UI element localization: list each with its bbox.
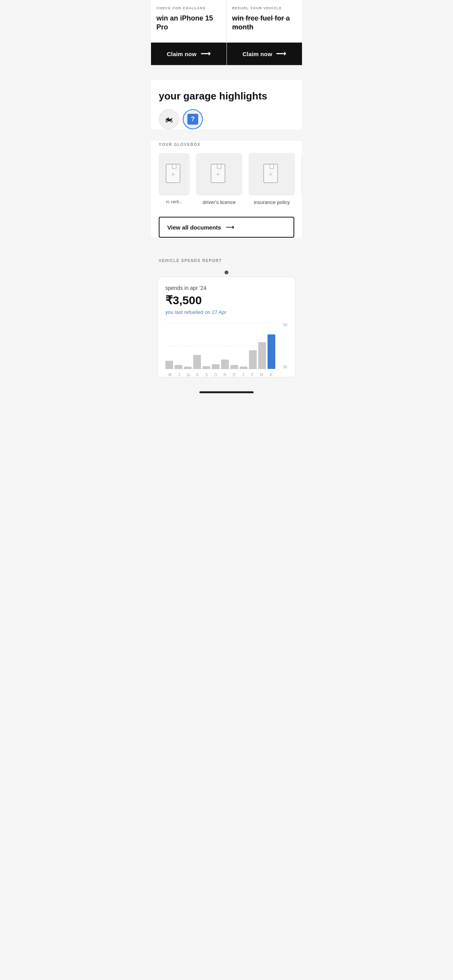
spends-label: VEHICLE SPENDS REPORT	[159, 259, 222, 263]
chart-bar-8	[240, 367, 247, 369]
chart-x-label-9: F	[248, 373, 257, 377]
chart-bar-group-4	[202, 323, 210, 369]
promo-section: CHECK FOR CHALLANS win an iPhone 15 Pro …	[151, 0, 302, 65]
chart-bar-9	[249, 350, 257, 369]
chart-x-label-2: Ju	[184, 373, 193, 377]
chart-bar-group-0	[165, 323, 173, 369]
doc-card-puc[interactable]: + puc certificate	[301, 153, 302, 205]
svg-text:+: +	[216, 171, 220, 178]
doc-card-licence[interactable]: + driver's licence	[196, 153, 242, 205]
promo-card-refuel: REFUEL YOUR VEHICLE win free fuel for a …	[227, 0, 302, 65]
chart-bar-group-3	[193, 323, 201, 369]
chart-bar-1	[175, 365, 182, 369]
spends-refuel-link[interactable]: you last refuelled on 27 Apr	[165, 309, 288, 315]
chart-bar-group-1	[175, 323, 182, 369]
chart-bar-group-5	[212, 323, 220, 369]
vehicle-tabs: 🏍 ?	[159, 109, 294, 129]
promo-card-content-challans: CHECK FOR CHALLANS win an iPhone 15 Pro	[151, 0, 226, 43]
glovebox-section: YOUR GLOVEBOX + rc certi...	[151, 141, 302, 238]
chart-x-label-11: A	[266, 373, 275, 377]
section-spacer	[151, 65, 302, 79]
chart-bar-group-2	[184, 323, 192, 369]
chart-bar-5	[212, 364, 220, 369]
promo-title-challans: win an iPhone 15 Pro	[156, 14, 221, 31]
spends-month-label: spends in apr '24	[165, 285, 288, 291]
doc-label-licence: driver's licence	[202, 199, 236, 205]
garage-section: your garage highlights 🏍 ?	[151, 79, 302, 129]
garage-title: your garage highlights	[159, 90, 294, 102]
view-all-docs-arrow: ⟶	[226, 224, 234, 231]
chart-bar-10	[258, 342, 266, 369]
chart-bar-4	[202, 366, 210, 369]
vehicle-tab-unknown[interactable]: ?	[183, 109, 203, 129]
bike-icon: 🏍	[165, 114, 173, 124]
question-icon: ?	[187, 114, 198, 125]
chart-area	[165, 323, 275, 369]
chart-x-label-0: M	[165, 373, 175, 377]
chart-x-label-1: J	[175, 373, 184, 377]
chart-x-label-8: J	[239, 373, 248, 377]
spends-section: VEHICLE SPENDS REPORT spends in apr '24 …	[151, 249, 302, 377]
spends-dot-active	[225, 271, 228, 274]
chart-y-label-0k: 0K	[283, 365, 288, 369]
chart-bar-group-7	[230, 323, 238, 369]
claim-button-challans[interactable]: Claim now ⟶	[151, 43, 226, 65]
chart-x-label-3: A	[193, 373, 202, 377]
promo-card-challans: CHECK FOR CHALLANS win an iPhone 15 Pro …	[151, 0, 227, 65]
chart-bar-group-9	[249, 323, 257, 369]
scroll-bar	[199, 391, 254, 393]
arrow-icon-refuel: ⟶	[276, 50, 286, 58]
doc-label-rc: rc certi...	[166, 199, 182, 204]
spends-header: VEHICLE SPENDS REPORT	[151, 249, 302, 267]
scroll-indicator	[151, 387, 302, 395]
doc-file-icon-licence: +	[210, 163, 228, 185]
chart-bar-6	[221, 360, 229, 369]
chart-y-labels: 5K 0K	[276, 323, 288, 369]
spends-amount: ₹3,500	[165, 293, 288, 307]
chart-bar-7	[230, 365, 238, 369]
chart-x-labels: MJJuASONDJFMA	[165, 373, 275, 377]
chart-x-label-5: O	[211, 373, 220, 377]
doc-file-icon-insurance: +	[263, 163, 281, 185]
view-all-docs-button[interactable]: View all documents ⟶	[159, 217, 294, 238]
chart-x-label-6: N	[220, 373, 230, 377]
promo-card-content-refuel: REFUEL YOUR VEHICLE win free fuel for a …	[227, 0, 302, 43]
svg-text:+: +	[269, 171, 273, 178]
vehicle-tab-bike[interactable]: 🏍	[159, 109, 179, 129]
svg-text:+: +	[171, 171, 175, 178]
spends-card: spends in apr '24 ₹3,500 you last refuel…	[157, 277, 296, 377]
chart-x-label-10: M	[257, 373, 266, 377]
chart-x-label-4: S	[202, 373, 211, 377]
doc-label-insurance: insurance policy	[254, 199, 290, 205]
arrow-icon-challans: ⟶	[201, 50, 211, 58]
chart-bar-0	[165, 361, 173, 369]
promo-label-challans: CHECK FOR CHALLANS	[156, 6, 221, 10]
doc-file-icon-rc: +	[165, 163, 183, 185]
view-all-docs-label: View all documents	[167, 224, 221, 231]
doc-card-rc[interactable]: + rc certi...	[159, 153, 190, 205]
chart-bar-11	[268, 334, 275, 369]
chart-container: 5K 0K MJJuASONDJFMA	[165, 323, 288, 377]
glovebox-label: YOUR GLOVEBOX	[151, 142, 302, 147]
chart-bar-group-10	[258, 323, 266, 369]
doc-card-insurance[interactable]: + insurance policy	[249, 153, 295, 205]
promo-label-refuel: REFUEL YOUR VEHICLE	[232, 6, 297, 10]
chart-bar-2	[184, 367, 192, 369]
chart-bar-group-11	[268, 323, 275, 369]
spends-dots	[151, 267, 302, 277]
chart-bar-3	[193, 355, 201, 369]
promo-title-refuel: win free fuel for a month	[232, 14, 297, 31]
claim-button-refuel[interactable]: Claim now ⟶	[227, 43, 302, 65]
chart-x-label-7: D	[230, 373, 239, 377]
chart-bar-group-6	[221, 323, 229, 369]
glovebox-scroll[interactable]: + rc certi... + driver's lic	[151, 153, 302, 213]
chart-bar-group-8	[240, 323, 247, 369]
chart-y-label-5k: 5K	[283, 323, 288, 327]
